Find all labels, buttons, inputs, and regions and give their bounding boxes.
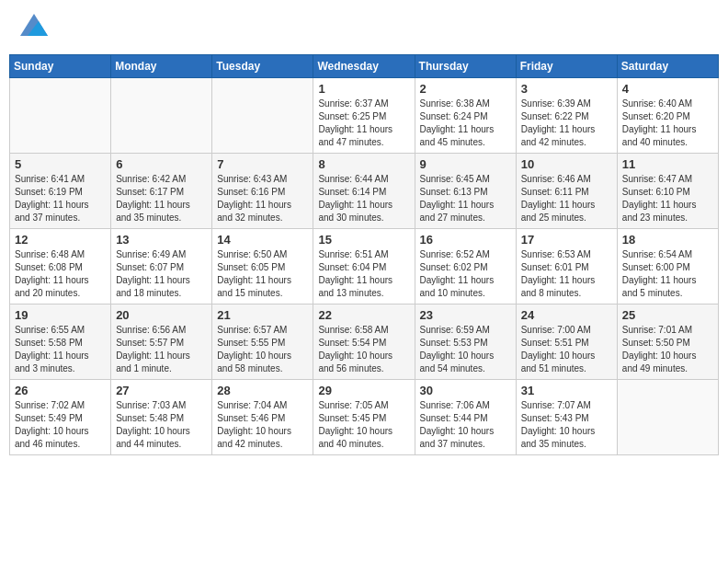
calendar-cell: 29Sunrise: 7:05 AM Sunset: 5:45 PM Dayli… [313,380,415,455]
day-number: 27 [116,384,207,397]
calendar-cell: 7Sunrise: 6:43 AM Sunset: 6:16 PM Daylig… [212,154,313,229]
logo [18,14,48,40]
calendar-cell [10,78,111,154]
day-info: Sunrise: 7:02 AM Sunset: 5:49 PM Dayligh… [15,399,106,451]
day-info: Sunrise: 7:06 AM Sunset: 5:44 PM Dayligh… [420,399,511,451]
day-number: 25 [622,308,713,322]
day-number: 14 [217,233,308,247]
weekday-header: Thursday [415,55,516,78]
day-info: Sunrise: 6:37 AM Sunset: 6:25 PM Dayligh… [318,98,409,149]
day-number: 12 [15,233,106,247]
calendar-cell: 8Sunrise: 6:44 AM Sunset: 6:14 PM Daylig… [313,154,415,229]
day-info: Sunrise: 6:47 AM Sunset: 6:10 PM Dayligh… [622,173,713,224]
day-info: Sunrise: 6:41 AM Sunset: 6:19 PM Dayligh… [15,173,106,224]
calendar-cell: 26Sunrise: 7:02 AM Sunset: 5:49 PM Dayli… [10,380,111,455]
day-info: Sunrise: 7:03 AM Sunset: 5:48 PM Dayligh… [116,399,207,451]
day-info: Sunrise: 6:40 AM Sunset: 6:20 PM Dayligh… [622,98,713,149]
calendar-cell: 1Sunrise: 6:37 AM Sunset: 6:25 PM Daylig… [313,78,415,154]
day-number: 11 [622,157,713,171]
day-info: Sunrise: 6:49 AM Sunset: 6:07 PM Dayligh… [116,248,207,300]
day-info: Sunrise: 6:38 AM Sunset: 6:24 PM Dayligh… [420,98,511,149]
calendar-cell: 11Sunrise: 6:47 AM Sunset: 6:10 PM Dayli… [617,154,718,229]
day-info: Sunrise: 6:51 AM Sunset: 6:04 PM Dayligh… [318,248,409,300]
weekday-header: Tuesday [212,55,313,78]
calendar-cell: 27Sunrise: 7:03 AM Sunset: 5:48 PM Dayli… [111,380,212,455]
day-info: Sunrise: 6:54 AM Sunset: 6:00 PM Dayligh… [622,248,713,300]
weekday-header: Friday [516,55,617,78]
calendar-cell [111,78,212,154]
day-info: Sunrise: 6:59 AM Sunset: 5:53 PM Dayligh… [420,324,511,375]
calendar-week-row: 19Sunrise: 6:55 AM Sunset: 5:58 PM Dayli… [10,304,719,380]
day-number: 1 [318,82,409,96]
weekday-header: Saturday [617,55,718,78]
day-number: 2 [420,82,511,96]
day-number: 4 [622,82,713,96]
day-number: 19 [15,308,106,322]
day-info: Sunrise: 6:46 AM Sunset: 6:11 PM Dayligh… [521,173,612,224]
calendar-cell: 31Sunrise: 7:07 AM Sunset: 5:43 PM Dayli… [516,380,617,455]
day-number: 3 [521,82,612,96]
calendar-cell: 16Sunrise: 6:52 AM Sunset: 6:02 PM Dayli… [415,229,516,304]
calendar-cell: 20Sunrise: 6:56 AM Sunset: 5:57 PM Dayli… [111,304,212,380]
day-info: Sunrise: 6:52 AM Sunset: 6:02 PM Dayligh… [420,248,511,300]
day-number: 28 [217,384,308,397]
day-number: 31 [521,384,612,397]
page-header [9,9,719,45]
day-number: 15 [318,233,409,247]
logo-text [18,14,48,40]
day-info: Sunrise: 6:48 AM Sunset: 6:08 PM Dayligh… [15,248,106,300]
calendar-cell [617,380,718,455]
day-number: 30 [420,384,511,397]
calendar-header-row: SundayMondayTuesdayWednesdayThursdayFrid… [10,55,719,78]
day-info: Sunrise: 6:56 AM Sunset: 5:57 PM Dayligh… [116,324,207,375]
calendar-cell: 23Sunrise: 6:59 AM Sunset: 5:53 PM Dayli… [415,304,516,380]
day-info: Sunrise: 6:42 AM Sunset: 6:17 PM Dayligh… [116,173,207,224]
day-number: 16 [420,233,511,247]
calendar-cell: 3Sunrise: 6:39 AM Sunset: 6:22 PM Daylig… [516,78,617,154]
day-info: Sunrise: 6:58 AM Sunset: 5:54 PM Dayligh… [318,324,409,375]
day-number: 8 [318,157,409,171]
day-info: Sunrise: 6:53 AM Sunset: 6:01 PM Dayligh… [521,248,612,300]
calendar-cell: 6Sunrise: 6:42 AM Sunset: 6:17 PM Daylig… [111,154,212,229]
day-number: 17 [521,233,612,247]
day-number: 7 [217,157,308,171]
day-number: 24 [521,308,612,322]
calendar-week-row: 26Sunrise: 7:02 AM Sunset: 5:49 PM Dayli… [10,380,719,455]
day-info: Sunrise: 7:07 AM Sunset: 5:43 PM Dayligh… [521,399,612,451]
day-number: 26 [15,384,106,397]
day-info: Sunrise: 6:50 AM Sunset: 6:05 PM Dayligh… [217,248,308,300]
day-number: 18 [622,233,713,247]
calendar-cell: 30Sunrise: 7:06 AM Sunset: 5:44 PM Dayli… [415,380,516,455]
calendar-cell: 9Sunrise: 6:45 AM Sunset: 6:13 PM Daylig… [415,154,516,229]
day-number: 23 [420,308,511,322]
calendar-cell: 25Sunrise: 7:01 AM Sunset: 5:50 PM Dayli… [617,304,718,380]
calendar-cell: 18Sunrise: 6:54 AM Sunset: 6:00 PM Dayli… [617,229,718,304]
calendar-cell: 14Sunrise: 6:50 AM Sunset: 6:05 PM Dayli… [212,229,313,304]
calendar-cell: 2Sunrise: 6:38 AM Sunset: 6:24 PM Daylig… [415,78,516,154]
calendar-cell: 17Sunrise: 6:53 AM Sunset: 6:01 PM Dayli… [516,229,617,304]
calendar-cell: 12Sunrise: 6:48 AM Sunset: 6:08 PM Dayli… [10,229,111,304]
day-number: 22 [318,308,409,322]
day-number: 6 [116,157,207,171]
day-info: Sunrise: 6:55 AM Sunset: 5:58 PM Dayligh… [15,324,106,375]
weekday-header: Wednesday [313,55,415,78]
day-info: Sunrise: 6:44 AM Sunset: 6:14 PM Dayligh… [318,173,409,224]
day-number: 5 [15,157,106,171]
calendar-cell: 15Sunrise: 6:51 AM Sunset: 6:04 PM Dayli… [313,229,415,304]
calendar-cell: 28Sunrise: 7:04 AM Sunset: 5:46 PM Dayli… [212,380,313,455]
day-number: 29 [318,384,409,397]
day-info: Sunrise: 7:05 AM Sunset: 5:45 PM Dayligh… [318,399,409,451]
calendar-cell: 24Sunrise: 7:00 AM Sunset: 5:51 PM Dayli… [516,304,617,380]
calendar-week-row: 12Sunrise: 6:48 AM Sunset: 6:08 PM Dayli… [10,229,719,304]
day-info: Sunrise: 7:04 AM Sunset: 5:46 PM Dayligh… [217,399,308,451]
day-number: 21 [217,308,308,322]
calendar-cell: 10Sunrise: 6:46 AM Sunset: 6:11 PM Dayli… [516,154,617,229]
day-number: 13 [116,233,207,247]
day-number: 9 [420,157,511,171]
calendar-table: SundayMondayTuesdayWednesdayThursdayFrid… [9,54,719,455]
calendar-cell: 5Sunrise: 6:41 AM Sunset: 6:19 PM Daylig… [10,154,111,229]
calendar-week-row: 5Sunrise: 6:41 AM Sunset: 6:19 PM Daylig… [10,154,719,229]
day-info: Sunrise: 6:39 AM Sunset: 6:22 PM Dayligh… [521,98,612,149]
calendar-cell [212,78,313,154]
day-info: Sunrise: 6:57 AM Sunset: 5:55 PM Dayligh… [217,324,308,375]
